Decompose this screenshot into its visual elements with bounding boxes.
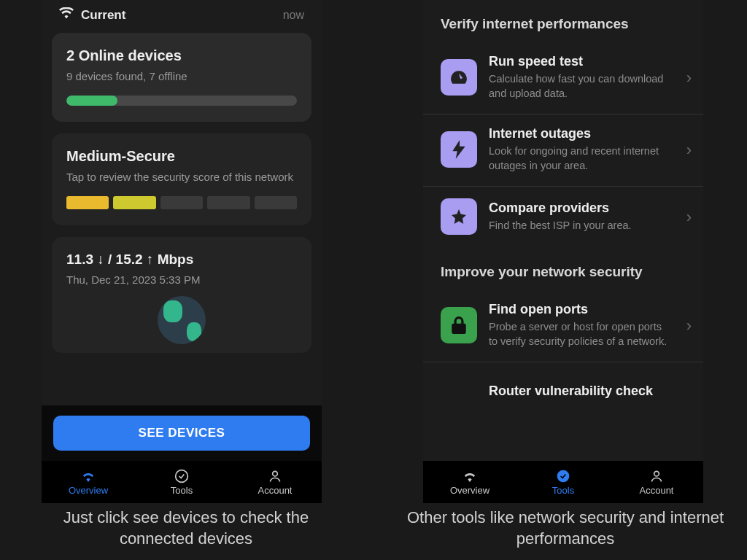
tool-sub: Calculate how fast you can download and … — [489, 72, 673, 101]
nav-tools[interactable]: Tools — [135, 461, 228, 503]
wifi-icon — [80, 469, 96, 483]
tool-sub: Find the best ISP in your area. — [489, 219, 673, 233]
security-bars — [66, 196, 297, 209]
chevron-right-icon: › — [686, 69, 692, 88]
nav-overview-label: Overview — [450, 485, 489, 496]
right-navbar: Overview Tools Account — [423, 461, 703, 503]
devices-progress-fill — [66, 96, 117, 106]
tool-text: Router vulnerability check — [489, 384, 686, 402]
see-devices-button[interactable]: SEE DEVICES — [53, 416, 310, 451]
tool-text: Run speed test Calculate how fast you ca… — [489, 54, 686, 101]
chevron-right-icon: › — [686, 141, 692, 160]
devices-sub: 9 devices found, 7 offline — [66, 70, 297, 82]
globe-wrap — [66, 296, 297, 347]
security-bar-2 — [113, 196, 155, 209]
nav-overview[interactable]: Overview — [423, 461, 516, 503]
tool-sub: Look for ongoing and recent internet out… — [489, 144, 673, 173]
security-title: Medium-Secure — [66, 148, 297, 165]
chevron-right-icon: › — [686, 208, 692, 227]
check-circle-icon — [174, 469, 190, 483]
security-card[interactable]: Medium-Secure Tap to review the security… — [52, 133, 311, 225]
security-bar-1 — [66, 196, 109, 209]
security-sub: Tap to review the security score of this… — [66, 171, 297, 183]
check-circle-icon — [555, 469, 571, 483]
nav-account-label: Account — [640, 485, 674, 496]
section-security-title: Improve your network security — [423, 248, 703, 290]
tool-sub: Probe a server or host for open ports to… — [489, 320, 673, 349]
security-bar-5 — [255, 196, 297, 209]
caption-right: Other tools like network security and in… — [405, 508, 726, 549]
nav-tools[interactable]: Tools — [516, 461, 610, 503]
section-verify-title: Verify internet performances — [423, 0, 703, 42]
nav-account-label: Account — [258, 485, 293, 496]
nav-account[interactable]: Account — [610, 461, 703, 503]
tool-compare-providers[interactable]: Compare providers Find the best ISP in y… — [423, 186, 703, 248]
cta-bar: SEE DEVICES — [42, 405, 322, 461]
wifi-name: Current — [81, 8, 125, 23]
svg-point-0 — [176, 470, 188, 482]
tool-title: Internet outages — [489, 126, 673, 141]
lock-icon — [441, 307, 477, 343]
speed-line: 11.3 ↓ / 15.2 ↑ Mbps — [66, 252, 297, 268]
tool-speed-test[interactable]: Run speed test Calculate how fast you ca… — [423, 42, 703, 114]
tool-text: Internet outages Look for ongoing and re… — [489, 126, 686, 173]
status-time: now — [283, 9, 304, 22]
globe-icon — [158, 296, 206, 344]
tool-text: Find open ports Probe a server or host f… — [489, 302, 686, 349]
wifi-icon — [462, 469, 478, 483]
speed-date: Thu, Dec 21, 2023 5:33 PM — [66, 273, 297, 286]
nav-overview-label: Overview — [69, 485, 108, 496]
caption-left: Just click see devices to check the conn… — [26, 508, 347, 549]
tool-title: Compare providers — [489, 201, 673, 216]
person-icon — [649, 469, 665, 483]
network-status-row: Current now — [42, 0, 322, 33]
devices-progress-track — [66, 96, 297, 106]
devices-title: 2 Online devices — [66, 47, 297, 64]
wifi-icon — [59, 7, 74, 23]
chevron-right-icon: › — [686, 316, 692, 335]
wifi-current-label: Current — [59, 7, 125, 23]
nav-tools-label: Tools — [552, 485, 574, 496]
person-icon — [267, 469, 283, 483]
nav-overview[interactable]: Overview — [42, 461, 135, 503]
svg-point-1 — [273, 471, 278, 476]
tool-title: Router vulnerability check — [489, 384, 673, 399]
security-bar-4 — [207, 196, 249, 209]
nav-account[interactable]: Account — [228, 461, 322, 503]
speed-card[interactable]: 11.3 ↓ / 15.2 ↑ Mbps Thu, Dec 21, 2023 5… — [52, 237, 311, 353]
security-bar-3 — [160, 196, 203, 209]
tool-text: Compare providers Find the best ISP in y… — [489, 201, 686, 233]
tool-title: Find open ports — [489, 302, 673, 317]
nav-tools-label: Tools — [171, 485, 193, 496]
left-navbar: Overview Tools Account — [42, 461, 322, 503]
bolt-icon — [441, 131, 477, 168]
svg-point-3 — [654, 471, 659, 476]
tool-router-vuln[interactable]: Router vulnerability check — [423, 362, 703, 413]
devices-card[interactable]: 2 Online devices 9 devices found, 7 offl… — [52, 33, 311, 122]
star-icon — [441, 198, 477, 235]
tool-outages[interactable]: Internet outages Look for ongoing and re… — [423, 114, 703, 186]
gauge-icon — [441, 59, 477, 96]
svg-point-2 — [557, 470, 570, 482]
tool-title: Run speed test — [489, 54, 673, 69]
left-phone-frame: Current now 2 Online devices 9 devices f… — [42, 0, 322, 503]
tool-open-ports[interactable]: Find open ports Probe a server or host f… — [423, 290, 703, 362]
right-phone-frame: Verify internet performances Run speed t… — [423, 0, 703, 503]
